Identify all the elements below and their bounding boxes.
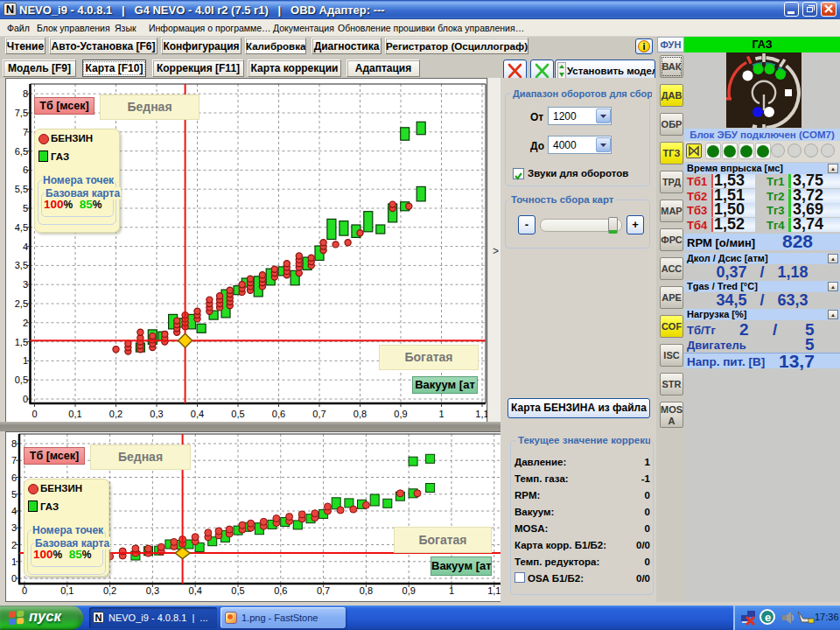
svg-text:0,9: 0,9 xyxy=(402,585,416,596)
svg-text:1: 1 xyxy=(438,409,444,419)
svg-text:1: 1 xyxy=(11,556,17,567)
svg-text:0,7: 0,7 xyxy=(312,409,326,419)
svg-text:0,4: 0,4 xyxy=(189,585,202,596)
svg-text:5: 5 xyxy=(11,489,17,500)
svg-text:8: 8 xyxy=(11,438,17,449)
svg-text:0,5: 0,5 xyxy=(15,374,28,385)
svg-text:2,5: 2,5 xyxy=(15,298,28,309)
svg-text:0,3: 0,3 xyxy=(150,409,163,419)
svg-text:7: 7 xyxy=(11,455,17,466)
svg-text:2: 2 xyxy=(11,540,17,550)
svg-text:0,9: 0,9 xyxy=(394,409,407,419)
svg-text:0,2: 0,2 xyxy=(109,409,122,419)
svg-text:6: 6 xyxy=(11,472,17,483)
svg-text:3: 3 xyxy=(23,279,28,290)
svg-text:6: 6 xyxy=(23,164,28,175)
svg-text:5: 5 xyxy=(23,203,28,214)
svg-text:0: 0 xyxy=(32,409,37,419)
svg-text:6,5: 6,5 xyxy=(15,146,28,157)
svg-text:2: 2 xyxy=(23,318,28,328)
svg-text:7: 7 xyxy=(23,127,28,137)
svg-text:5,5: 5,5 xyxy=(15,184,28,194)
svg-text:1: 1 xyxy=(449,585,454,596)
svg-text:0,5: 0,5 xyxy=(231,585,244,596)
svg-text:1: 1 xyxy=(23,355,28,366)
svg-text:4: 4 xyxy=(11,506,17,516)
svg-text:4,5: 4,5 xyxy=(15,222,28,233)
svg-text:0: 0 xyxy=(11,573,17,584)
svg-text:3: 3 xyxy=(11,522,17,533)
svg-text:0,7: 0,7 xyxy=(317,585,330,596)
svg-text:0,3: 0,3 xyxy=(146,585,159,596)
svg-text:0,6: 0,6 xyxy=(274,585,287,596)
svg-text:7,5: 7,5 xyxy=(15,108,28,118)
svg-text:0: 0 xyxy=(23,394,28,404)
svg-text:0,1: 0,1 xyxy=(68,409,81,419)
svg-text:0,6: 0,6 xyxy=(272,409,285,419)
svg-text:0,5: 0,5 xyxy=(231,409,244,419)
svg-text:1,1: 1,1 xyxy=(475,409,487,419)
svg-text:4: 4 xyxy=(23,242,28,252)
svg-text:1,5: 1,5 xyxy=(15,337,28,347)
svg-text:0,4: 0,4 xyxy=(191,409,204,419)
svg-text:0,2: 0,2 xyxy=(103,585,116,596)
svg-text:0: 0 xyxy=(22,585,27,596)
svg-text:1,1: 1,1 xyxy=(487,585,500,596)
svg-text:0,1: 0,1 xyxy=(60,585,74,596)
svg-text:8: 8 xyxy=(23,88,28,99)
svg-text:0,8: 0,8 xyxy=(360,585,373,596)
svg-text:3,5: 3,5 xyxy=(15,260,28,270)
svg-text:0,8: 0,8 xyxy=(354,409,367,419)
